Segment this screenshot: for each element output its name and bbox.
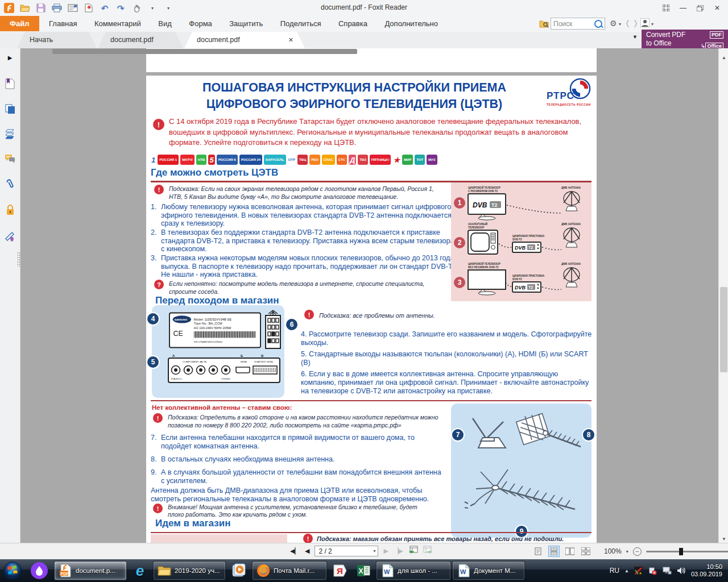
menu-extra[interactable]: Дополнительно bbox=[377, 16, 445, 31]
hand-tool-dropdown[interactable]: ▾ bbox=[146, 2, 159, 14]
zoom-slider-thumb[interactable] bbox=[679, 548, 683, 555]
first-page-icon[interactable]: ◀▏ bbox=[290, 548, 300, 554]
comments-icon[interactable] bbox=[4, 153, 16, 165]
tab-start[interactable]: Начать bbox=[17, 32, 97, 48]
vertical-scrollbar[interactable]: ▲ ▼ bbox=[718, 48, 728, 543]
print-icon[interactable] bbox=[50, 2, 64, 14]
section1-heading: Где можно смотреть ЦЭТВ bbox=[151, 167, 278, 178]
account-dropdown[interactable]: ▾ bbox=[651, 22, 653, 27]
excel-icon[interactable]: X bbox=[351, 564, 375, 577]
svg-text:Type No.: BA_CCM: Type No.: BA_CCM bbox=[194, 322, 222, 325]
antivirus-tray-icon[interactable] bbox=[634, 566, 643, 575]
vertical-scrollbar-thumb[interactable] bbox=[720, 287, 727, 372]
previous-page-icon[interactable]: ◀ bbox=[305, 548, 309, 554]
continuous-view-icon[interactable] bbox=[548, 546, 560, 557]
menu-comment[interactable]: Комментарий bbox=[87, 16, 148, 31]
menu-view[interactable]: Вид bbox=[151, 16, 179, 31]
zoom-dropdown-icon[interactable]: ▾ bbox=[626, 549, 628, 554]
digital-signature-icon[interactable] bbox=[4, 230, 16, 242]
back-icon[interactable]: ❬ bbox=[624, 19, 631, 27]
convert-dropdown-caret[interactable]: ▼ bbox=[632, 34, 638, 40]
language-indicator[interactable]: RU bbox=[610, 567, 619, 575]
taskb-firefox[interactable]: Почта Mail.r... bbox=[252, 561, 327, 580]
svg-text:ДМВ АНТЕННА: ДМВ АНТЕННА bbox=[561, 186, 581, 189]
ui-layout-icon[interactable] bbox=[657, 2, 675, 14]
section2-heading: Перед походом в магазин bbox=[155, 295, 279, 306]
menu-home[interactable]: Главная bbox=[42, 16, 84, 31]
taskb-word-1[interactable]: W для школ - ... bbox=[376, 561, 451, 580]
zoom-slider[interactable] bbox=[646, 551, 728, 552]
zoom-out-button[interactable]: − bbox=[633, 547, 642, 556]
show-hidden-icons[interactable]: ▲ bbox=[624, 568, 629, 573]
convert-pdf-banner[interactable]: Convert PDF to Office PDF ↳Office bbox=[642, 30, 728, 48]
bookmarks-icon[interactable] bbox=[4, 78, 16, 90]
facing-view-icon[interactable] bbox=[564, 546, 576, 557]
svg-text:S/N 273HB8748GY529KNG: S/N 273HB8748GY529KNG bbox=[194, 340, 222, 343]
new-from-file-icon[interactable]: ✳ bbox=[82, 2, 96, 14]
action-center-alert-icon[interactable] bbox=[648, 566, 657, 575]
tab-document-2-active[interactable]: document.pdf ✕ bbox=[184, 32, 305, 48]
internet-explorer-icon[interactable]: e bbox=[127, 564, 152, 577]
search-icon[interactable] bbox=[594, 20, 602, 28]
single-page-view-icon[interactable] bbox=[532, 546, 544, 557]
menu-help[interactable]: Справка bbox=[331, 16, 375, 31]
navigation-sidebar: ▶ bbox=[0, 48, 20, 543]
undo-icon[interactable]: ↶ bbox=[98, 2, 111, 14]
menu-share[interactable]: Поделиться bbox=[273, 16, 329, 31]
volume-tray-icon[interactable] bbox=[677, 566, 686, 575]
media-player-icon[interactable] bbox=[226, 564, 251, 577]
page-thumbnails-icon[interactable] bbox=[4, 103, 16, 115]
gear-dropdown[interactable]: ▾ bbox=[619, 22, 621, 27]
taskbar-clock[interactable]: 10:50 03.09.2019 bbox=[691, 563, 722, 578]
question-hint-text: Если непонятно: посмотрите модель телеви… bbox=[169, 280, 436, 296]
last-page-icon[interactable]: ▕▶ bbox=[394, 548, 403, 554]
menu-protect[interactable]: Защитить bbox=[222, 16, 270, 31]
alice-assistant-icon[interactable] bbox=[25, 564, 53, 577]
search-folder-icon[interactable] bbox=[537, 18, 551, 30]
security-icon[interactable] bbox=[4, 204, 16, 216]
account-avatar-icon[interactable] bbox=[640, 18, 650, 30]
email-document-icon[interactable] bbox=[66, 2, 80, 14]
yandex-browser-icon[interactable]: Я bbox=[328, 564, 351, 577]
scroll-down-icon[interactable]: ▼ bbox=[722, 537, 726, 542]
taskb-word-2[interactable]: W Документ М... bbox=[452, 561, 525, 580]
expand-panel-icon[interactable]: ▶ bbox=[4, 52, 16, 64]
menu-form[interactable]: Форма bbox=[181, 16, 220, 31]
step-3: 3.Приставка нужна некоторым моделям новы… bbox=[151, 254, 462, 279]
attachments-icon[interactable] bbox=[4, 178, 16, 190]
close-button[interactable]: ✕ bbox=[709, 2, 726, 14]
menu-file[interactable]: Файл bbox=[0, 16, 39, 31]
scroll-up-icon[interactable]: ▲ bbox=[722, 55, 726, 60]
save-icon[interactable] bbox=[34, 2, 48, 14]
taskb-foxit[interactable]: PDF document.p... bbox=[54, 561, 127, 580]
page-dropdown-icon[interactable]: ▾ bbox=[373, 548, 378, 554]
start-button[interactable] bbox=[0, 564, 25, 577]
previous-view-icon[interactable] bbox=[408, 546, 418, 556]
gear-icon[interactable]: ⚙ bbox=[610, 19, 617, 28]
hand-tool-icon[interactable] bbox=[130, 2, 143, 14]
redo-icon[interactable]: ↷ bbox=[114, 2, 127, 14]
channel-logo-Звезда: ★ bbox=[392, 155, 400, 165]
layers-icon[interactable] bbox=[4, 128, 16, 140]
taskb-folder[interactable]: 2019-2020 уч... bbox=[153, 561, 226, 580]
forward-icon[interactable]: ❭ bbox=[632, 19, 639, 27]
red-rule-3 bbox=[151, 532, 592, 533]
network-tray-icon[interactable] bbox=[663, 566, 672, 575]
minimize-button[interactable]: — bbox=[675, 2, 692, 14]
rtrs-logo-subtext: ТЕЛЕРАДИОСЕТЬ РОССИИ bbox=[547, 103, 591, 106]
tab-close-icon[interactable]: ✕ bbox=[288, 32, 293, 48]
document-pane[interactable]: ПОШАГОВАЯ ИНСТРУКЦИЯ НАСТРОЙКИ ПРИЕМАЦИФ… bbox=[20, 48, 718, 543]
foxit-logo-icon[interactable] bbox=[2, 2, 16, 14]
customize-toolbar-dropdown[interactable]: ▾ bbox=[162, 2, 175, 14]
next-view-icon[interactable] bbox=[423, 546, 433, 556]
channel-logo-Первый канал: 1 bbox=[151, 155, 156, 165]
search-input[interactable]: Поиск bbox=[551, 18, 605, 30]
next-page-icon[interactable]: ▶ bbox=[383, 548, 388, 554]
step-7: 7.Если антенна телебашни находится в пря… bbox=[151, 434, 446, 450]
restore-button[interactable] bbox=[692, 2, 709, 14]
tab-document-1[interactable]: document.pdf bbox=[98, 32, 183, 48]
page-number-input[interactable]: 2 / 2 ▾ bbox=[315, 546, 378, 556]
horizontal-scrollbar-thumb[interactable] bbox=[52, 49, 357, 54]
continuous-facing-view-icon[interactable] bbox=[580, 546, 592, 557]
open-file-icon[interactable] bbox=[18, 2, 32, 14]
